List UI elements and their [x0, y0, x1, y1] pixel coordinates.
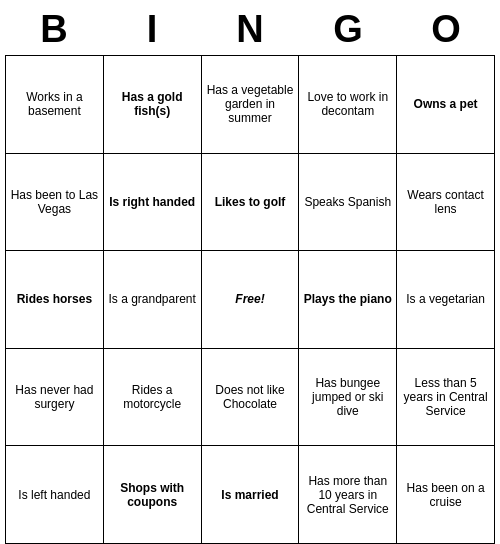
bingo-cell: Shops with coupons — [103, 446, 201, 544]
bingo-cell: Likes to golf — [201, 153, 299, 251]
title-letter: N — [210, 8, 290, 51]
title-letter: O — [406, 8, 486, 51]
bingo-cell: Is left handed — [6, 446, 104, 544]
bingo-cell: Wears contact lens — [397, 153, 495, 251]
bingo-cell: Less than 5 years in Central Service — [397, 348, 495, 446]
bingo-cell: Love to work in decontam — [299, 56, 397, 154]
bingo-cell: Is a grandparent — [103, 251, 201, 349]
bingo-cell: Is a vegetarian — [397, 251, 495, 349]
bingo-cell: Is right handed — [103, 153, 201, 251]
bingo-cell: Has bungee jumped or ski dive — [299, 348, 397, 446]
bingo-cell: Has been to Las Vegas — [6, 153, 104, 251]
bingo-cell: Speaks Spanish — [299, 153, 397, 251]
bingo-cell: Rides horses — [6, 251, 104, 349]
bingo-cell: Has never had surgery — [6, 348, 104, 446]
bingo-cell: Plays the piano — [299, 251, 397, 349]
bingo-cell: Is married — [201, 446, 299, 544]
title-letter: I — [112, 8, 192, 51]
bingo-cell: Free! — [201, 251, 299, 349]
bingo-cell: Has more than 10 years in Central Servic… — [299, 446, 397, 544]
title-letter: G — [308, 8, 388, 51]
bingo-cell: Owns a pet — [397, 56, 495, 154]
bingo-cell: Has a gold fish(s) — [103, 56, 201, 154]
bingo-cell: Works in a basement — [6, 56, 104, 154]
title-letter: B — [14, 8, 94, 51]
bingo-grid: Works in a basementHas a gold fish(s)Has… — [5, 55, 495, 544]
bingo-cell: Has been on a cruise — [397, 446, 495, 544]
bingo-title: BINGO — [5, 0, 495, 55]
bingo-cell: Does not like Chocolate — [201, 348, 299, 446]
bingo-cell: Has a vegetable garden in summer — [201, 56, 299, 154]
bingo-cell: Rides a motorcycle — [103, 348, 201, 446]
